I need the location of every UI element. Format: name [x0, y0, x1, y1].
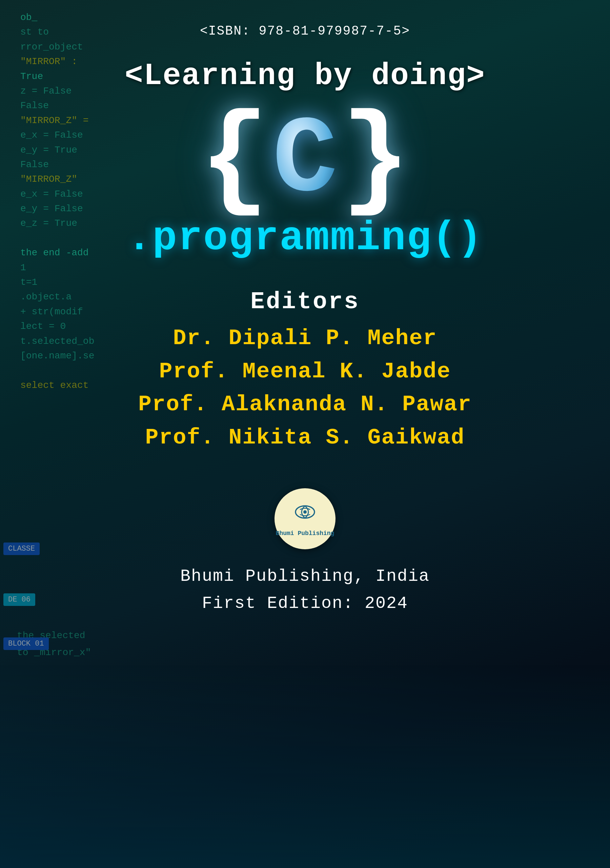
editors-section: Editors Dr. Dipali P. Meher Prof. Meenal…	[138, 288, 472, 454]
brace-open: {	[200, 104, 269, 219]
publisher-info: Bhumi Publishing, India First Edition: 2…	[180, 563, 430, 617]
title-c-letter: C	[272, 107, 338, 215]
book-subtitle: <Learning by doing>	[125, 59, 485, 93]
publisher-line2: First Edition: 2024	[180, 590, 430, 617]
brace-close: }	[341, 104, 410, 219]
book-cover: ob_ st to rror_object "MIRROR" : True z …	[0, 0, 610, 868]
svg-point-1	[303, 510, 307, 514]
publisher-logo: Bhumi Publishing	[274, 488, 336, 549]
editors-label: Editors	[251, 288, 359, 315]
tech-overlay	[0, 665, 610, 868]
main-content: <ISBN: 978-81-979987-7-5> <Learning by d…	[0, 0, 610, 617]
publisher-line1: Bhumi Publishing, India	[180, 563, 430, 590]
editor-3: Prof. Alaknanda N. Pawar	[138, 388, 472, 422]
publisher-logo-text: Bhumi Publishing	[276, 530, 334, 538]
isbn: <ISBN: 978-81-979987-7-5>	[200, 24, 410, 38]
editor-4: Prof. Nikita S. Gaikwad	[145, 422, 464, 455]
book-title: { C }	[200, 104, 410, 219]
editor-2: Prof. Meenal K. Jabde	[159, 355, 451, 389]
publisher-logo-icon	[293, 500, 317, 529]
editor-1: Dr. Dipali P. Meher	[173, 322, 437, 355]
